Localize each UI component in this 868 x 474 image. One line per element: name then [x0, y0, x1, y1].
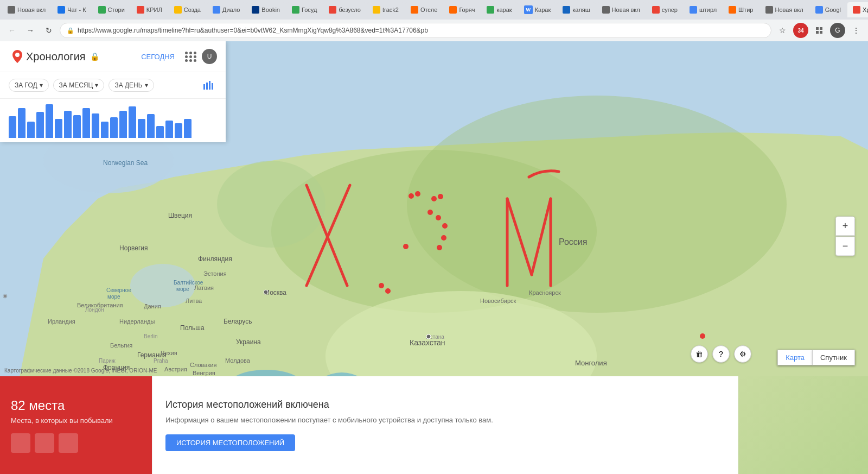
settings-icon[interactable]: ⚙ [734, 345, 751, 363]
tab-shtir2[interactable]: Штир [723, 2, 758, 17]
tab-novaya1[interactable]: Новая вкл [2, 2, 51, 17]
tab-novaya3[interactable]: Новая вкл [760, 2, 809, 17]
filter-year-label: ЗА ГОД [15, 81, 37, 89]
menu-button[interactable]: ⋮ [848, 23, 864, 38]
svg-point-76 [438, 194, 443, 199]
chart-bar [129, 106, 136, 138]
chart-bar [18, 108, 25, 138]
chart-bar [46, 104, 53, 138]
sidebar-today-button[interactable]: СЕГОДНЯ [141, 53, 175, 61]
tab-dialo[interactable]: Диало [207, 2, 245, 17]
zoom-in-button[interactable]: + [835, 216, 855, 236]
svg-text:Молдова: Молдова [225, 357, 251, 364]
svg-text:Нидерланды: Нидерланды [119, 318, 155, 325]
svg-text:Словакия: Словакия [190, 362, 216, 368]
tab-novaya2[interactable]: Новая вкл [597, 2, 646, 17]
svg-rect-2 [816, 31, 819, 34]
svg-text:Венгрия: Венгрия [193, 370, 215, 376]
tab-kalyash[interactable]: каляш [557, 2, 595, 17]
location-history-desc: Информация о вашем местоположении поступ… [165, 415, 725, 426]
tab-kril[interactable]: КРИЛ [131, 2, 168, 17]
tab-otsle[interactable]: Отсле [405, 2, 443, 17]
tab-story[interactable]: Стори [93, 2, 130, 17]
svg-text:Балтийское: Балтийское [174, 280, 203, 286]
chart-bar [55, 119, 62, 138]
tab-karak2[interactable]: W Карак [519, 2, 557, 17]
user-account-icon[interactable]: 34 [793, 23, 808, 38]
svg-point-78 [436, 215, 441, 220]
chart-bar [9, 116, 16, 138]
bottom-panel: 82 места Места, в которых вы побывали Ис… [0, 376, 868, 474]
activity-chart [0, 99, 226, 142]
filter-year-chevron-icon: ▾ [40, 81, 43, 89]
security-lock-icon: 🔒 [67, 27, 74, 34]
tab-super[interactable]: супер [647, 2, 683, 17]
sidebar: Хронология 🔒 СЕГОДНЯ U ЗА ГОД ▾ ЗА МЕСЯЦ… [0, 41, 226, 142]
svg-text:Северное: Северное [106, 287, 131, 293]
extensions-button[interactable] [812, 23, 827, 38]
zoom-out-button[interactable]: − [835, 236, 855, 256]
tab-sozd[interactable]: Созда [169, 2, 206, 17]
location-history-button[interactable]: ИСТОРИЯ МЕСТОПОЛОЖЕНИЙ [165, 434, 295, 451]
map-type-map-button[interactable]: Карта [777, 350, 812, 365]
svg-point-77 [427, 210, 433, 215]
tab-gosud[interactable]: Госуд [286, 2, 322, 17]
sidebar-header: Хронология 🔒 СЕГОДНЯ U [0, 41, 226, 72]
places-summary-card[interactable]: 82 места Места, в которых вы побывали [0, 376, 152, 474]
location-history-title: История местоположений включена [165, 399, 725, 410]
filter-month-button[interactable]: ЗА МЕСЯЦ ▾ [53, 79, 105, 92]
tab-booking[interactable]: Bookin [246, 2, 285, 17]
chart-bar [64, 111, 72, 138]
places-icons [11, 433, 141, 453]
place-icon-2 [35, 433, 54, 453]
svg-point-86 [264, 290, 268, 294]
svg-rect-90 [203, 84, 205, 90]
filter-day-button[interactable]: ЗА ДЕНЬ ▾ [108, 79, 154, 92]
back-button[interactable]: ← [4, 23, 20, 38]
svg-point-74 [415, 191, 420, 197]
filter-year-button[interactable]: ЗА ГОД ▾ [9, 79, 49, 92]
svg-text:Россия: Россия [559, 237, 587, 247]
filter-month-label: ЗА МЕСЯЦ [59, 81, 93, 89]
profile-avatar[interactable]: G [830, 23, 845, 38]
svg-text:Бельгия: Бельгия [110, 342, 132, 349]
chart-bar [138, 119, 145, 138]
svg-text:Польша: Польша [180, 324, 205, 332]
svg-point-79 [442, 223, 448, 229]
svg-text:Ирландия: Ирландия [48, 318, 75, 325]
map-copyright: Картографические данные ©2018 Google, IN… [4, 368, 157, 374]
tab-goryach[interactable]: Горяч [444, 2, 480, 17]
filter-month-chevron-icon: ▾ [95, 81, 98, 89]
zoom-controls: + − [835, 216, 855, 256]
tab-track2[interactable]: track2 [367, 2, 404, 17]
svg-rect-3 [820, 31, 822, 34]
reload-button[interactable]: ↻ [41, 23, 56, 38]
bookmark-button[interactable]: ☆ [775, 23, 790, 38]
toolbar-icons: ☆ 34 G ⋮ [775, 23, 864, 38]
address-bar-row: ← → ↻ 🔒 https://www.google.ru/maps/timel… [0, 20, 868, 41]
svg-text:Дания: Дания [144, 303, 161, 309]
delete-icon[interactable]: 🗑 [691, 345, 708, 363]
tab-google[interactable]: Googl [810, 2, 846, 17]
tab-karak1[interactable]: карак [481, 2, 517, 17]
sidebar-lock-icon: 🔒 [90, 52, 99, 61]
location-history-card: История местоположений включена Информац… [152, 376, 738, 474]
help-icon[interactable]: ? [712, 345, 730, 363]
tab-shtirl1[interactable]: штирл [684, 2, 722, 17]
chart-view-button[interactable] [200, 77, 217, 94]
browser-chrome: Новая вкл Чат - К Стори КРИЛ Созда Диало… [0, 0, 868, 41]
map-type-satellite-button[interactable]: Спутник [812, 350, 855, 365]
tab-maps-active[interactable]: Хр X × [847, 2, 868, 17]
svg-text:Лондон: Лондон [85, 307, 104, 313]
tab-bezusl[interactable]: безусло [323, 2, 366, 17]
forward-button[interactable]: → [23, 23, 38, 38]
svg-rect-93 [212, 83, 213, 90]
tab-chat[interactable]: Чат - К [52, 2, 91, 17]
address-bar[interactable]: 🔒 https://www.google.ru/maps/timeline?hl… [60, 23, 771, 38]
svg-text:море: море [107, 294, 120, 300]
user-avatar-sidebar[interactable]: U [202, 49, 217, 64]
google-apps-icon[interactable] [183, 49, 199, 64]
svg-text:Berlin: Berlin [144, 333, 158, 339]
filter-day-chevron-icon: ▾ [145, 81, 148, 89]
chart-bar [101, 122, 108, 138]
